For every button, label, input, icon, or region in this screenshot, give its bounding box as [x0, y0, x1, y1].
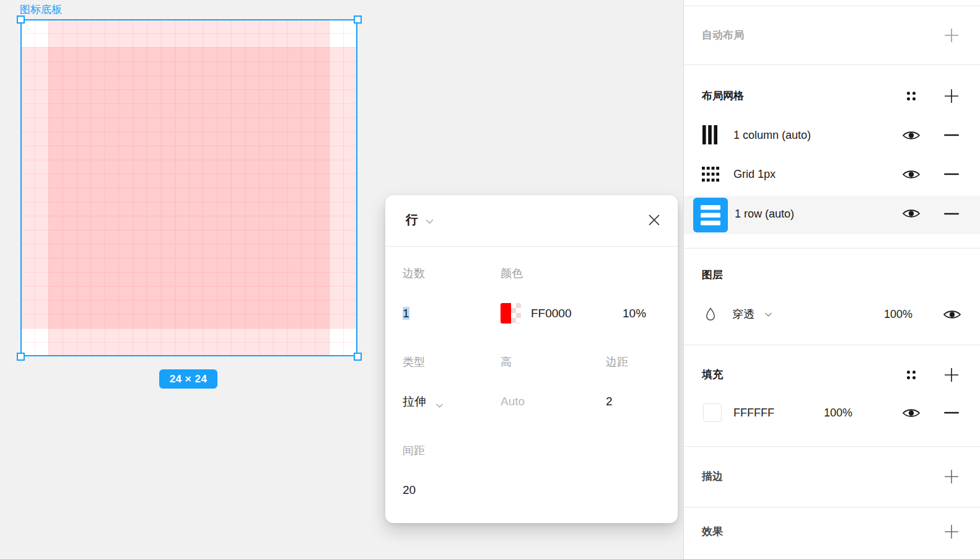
section-divider	[684, 446, 980, 447]
margin-label: 边距	[606, 354, 628, 369]
remove-grid-button[interactable]	[944, 173, 959, 175]
type-label: 类型	[403, 354, 425, 369]
type-dropdown[interactable]: 拉伸	[403, 394, 426, 410]
dialog-divider	[385, 246, 678, 247]
fill-color-swatch[interactable]	[703, 403, 722, 422]
layout-grid-row-row-selected[interactable]	[684, 196, 980, 234]
grid-settings-dialog: 行 边数 颜色 1 FF0000 10% 类型 高 边距 拉伸 Auto 2 间…	[385, 195, 678, 523]
count-input[interactable]: 1	[403, 306, 409, 322]
grid-styles-button[interactable]	[905, 90, 917, 102]
selection-handle-bottom-right[interactable]	[354, 353, 362, 361]
close-icon[interactable]	[647, 213, 661, 227]
plus-icon	[943, 27, 960, 43]
grid-row-label: 1 column (auto)	[733, 128, 811, 142]
add-layout-grid-button[interactable]	[943, 88, 960, 104]
blend-mode-dropdown[interactable]: 穿透	[732, 307, 755, 321]
grid-type-dropdown[interactable]: 行	[406, 211, 418, 228]
minus-icon	[944, 213, 959, 215]
remove-grid-button[interactable]	[944, 213, 959, 215]
pixel-grid-overlay	[20, 19, 357, 356]
eye-icon[interactable]	[902, 129, 921, 142]
size-badge: 24 × 24	[159, 369, 217, 389]
auto-layout-title: 自动布局	[702, 29, 744, 42]
section-divider	[684, 248, 980, 249]
gutter-label: 间距	[403, 443, 425, 458]
grid-row-label: 1 row (auto)	[735, 207, 794, 221]
plus-icon	[943, 367, 960, 383]
plus-icon	[943, 469, 960, 485]
layer-opacity-input[interactable]: 100%	[884, 307, 912, 321]
frame-name-label[interactable]: 图标底板	[20, 2, 62, 17]
styles-dots-icon	[905, 90, 917, 102]
layers-title: 图层	[702, 268, 723, 282]
section-divider	[684, 507, 980, 508]
fill-opacity-input[interactable]: 100%	[824, 406, 852, 420]
minus-icon	[944, 134, 959, 136]
remove-fill-button[interactable]	[944, 412, 959, 414]
color-swatch-alpha-checker	[511, 303, 521, 324]
rows-icon	[693, 198, 728, 232]
fill-title: 填充	[702, 368, 723, 382]
height-input[interactable]: Auto	[501, 394, 525, 410]
color-swatch[interactable]	[501, 303, 521, 324]
rows-icon-button[interactable]	[693, 198, 728, 232]
chevron-down-icon	[425, 216, 434, 227]
stroke-title: 描边	[702, 470, 723, 483]
fill-hex-input[interactable]: FFFFFF	[733, 406, 774, 420]
eye-icon[interactable]	[902, 207, 921, 220]
add-fill-button[interactable]	[943, 367, 960, 383]
margin-input[interactable]: 2	[606, 394, 613, 410]
color-swatch-solid	[501, 303, 511, 324]
plus-icon	[943, 524, 960, 540]
eye-icon[interactable]	[902, 407, 921, 420]
styles-dots-icon	[905, 369, 917, 381]
section-divider	[684, 6, 980, 6]
remove-grid-button[interactable]	[944, 134, 959, 136]
selection-handle-top-left[interactable]	[17, 15, 25, 24]
add-auto-layout-button[interactable]	[943, 27, 960, 43]
add-effect-button[interactable]	[943, 524, 960, 540]
minus-icon	[944, 173, 959, 175]
fill-styles-button[interactable]	[905, 369, 917, 381]
color-label: 颜色	[501, 266, 523, 281]
eye-icon[interactable]	[902, 168, 921, 181]
blend-droplet-icon	[704, 307, 717, 322]
layout-grid-title: 布局网格	[702, 89, 744, 103]
grid-dots-icon	[702, 167, 719, 182]
section-divider	[684, 345, 980, 345]
color-opacity-input[interactable]: 10%	[623, 306, 646, 322]
color-hex-input[interactable]: FF0000	[531, 306, 571, 322]
effects-title: 效果	[702, 525, 723, 539]
section-divider	[684, 64, 980, 65]
chevron-down-icon	[764, 312, 772, 317]
plus-icon	[943, 88, 960, 104]
selected-frame[interactable]	[20, 19, 357, 356]
add-stroke-button[interactable]	[943, 469, 960, 485]
gutter-input[interactable]: 20	[403, 482, 416, 498]
properties-panel: 自动布局 布局网格 1 column (auto)	[683, 0, 980, 559]
chevron-down-icon	[435, 400, 444, 411]
count-label: 边数	[403, 266, 425, 281]
eye-icon[interactable]	[943, 308, 961, 321]
selection-handle-bottom-left[interactable]	[17, 353, 25, 361]
grid-row-label: Grid 1px	[733, 167, 776, 181]
minus-icon	[944, 412, 959, 414]
columns-icon	[702, 125, 717, 144]
selection-handle-top-right[interactable]	[354, 15, 362, 24]
height-label: 高	[501, 354, 512, 369]
